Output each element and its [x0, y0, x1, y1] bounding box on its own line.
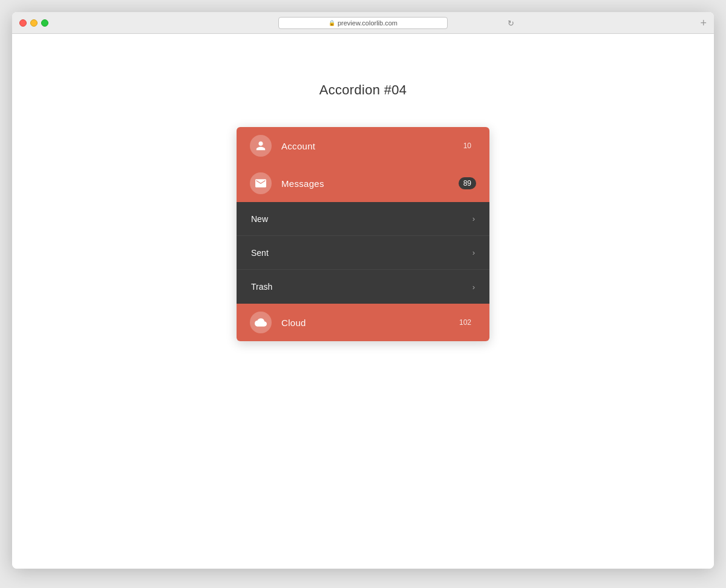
close-button[interactable]: [19, 19, 27, 27]
traffic-lights: [19, 19, 48, 27]
maximize-button[interactable]: [41, 19, 48, 27]
user-icon: [255, 140, 266, 151]
browser-window: 🔒 preview.colorlib.com ↻ + Accordion #04…: [12, 12, 714, 569]
panel-sent-label: Sent: [251, 248, 269, 258]
account-label: Account: [281, 141, 459, 151]
minimize-button[interactable]: [30, 19, 38, 27]
page-body: Accordion #04 Account 10: [12, 34, 714, 569]
messages-panel: New › Sent › Trash ›: [237, 202, 489, 304]
url-text: preview.colorlib.com: [338, 19, 397, 27]
accordion-item-account: Account 10: [237, 127, 489, 165]
account-badge: 10: [459, 140, 476, 152]
cloud-icon: [255, 318, 267, 327]
messages-badge: 89: [459, 177, 476, 189]
panel-item-new[interactable]: New ›: [237, 202, 489, 236]
lock-icon: 🔒: [329, 20, 335, 26]
titlebar: 🔒 preview.colorlib.com ↻ +: [12, 12, 714, 34]
new-tab-button[interactable]: +: [700, 18, 707, 28]
accordion-header-messages[interactable]: Messages 89: [237, 165, 489, 202]
cloud-label: Cloud: [281, 318, 454, 328]
messages-label: Messages: [281, 178, 459, 189]
accordion-header-account[interactable]: Account 10: [237, 127, 489, 165]
envelope-icon: [255, 179, 266, 188]
accordion: Account 10 Messages 89: [237, 127, 489, 341]
panel-trash-label: Trash: [251, 282, 272, 292]
address-bar[interactable]: 🔒 preview.colorlib.com: [278, 17, 448, 29]
cloud-badge: 102: [454, 316, 476, 328]
panel-sent-arrow: ›: [473, 248, 475, 257]
panel-item-sent[interactable]: Sent ›: [237, 236, 489, 270]
panel-trash-arrow: ›: [473, 283, 475, 292]
cloud-icon-circle: [250, 312, 272, 333]
panel-item-trash[interactable]: Trash ›: [237, 270, 489, 304]
user-icon-circle: [250, 135, 272, 157]
refresh-icon[interactable]: ↻: [508, 18, 514, 27]
panel-new-arrow: ›: [473, 214, 475, 223]
panel-new-label: New: [251, 214, 268, 224]
page-title: Accordion #04: [319, 82, 407, 98]
accordion-item-messages: Messages 89 New › Sent › Trash ›: [237, 165, 489, 304]
envelope-icon-circle: [250, 172, 272, 194]
